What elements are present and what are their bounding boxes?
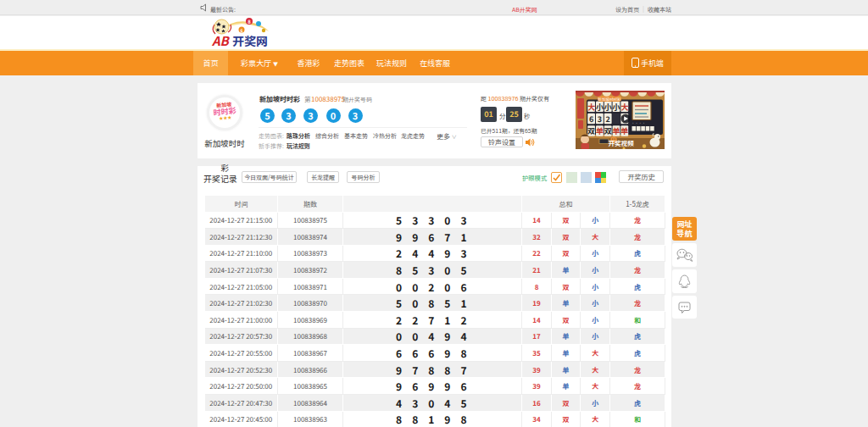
svg-text:大: 大 bbox=[620, 102, 628, 113]
svg-text:小: 小 bbox=[612, 102, 620, 113]
svg-text:小: 小 bbox=[604, 102, 612, 113]
svg-text:开奖视频: 开奖视频 bbox=[609, 138, 634, 147]
svg-text:＊ ＊ ＊ ＊: ＊ ＊ ＊ ＊ bbox=[632, 121, 645, 125]
svg-text:单: 单 bbox=[596, 125, 604, 136]
svg-text:AB: AB bbox=[211, 31, 231, 47]
svg-text:6: 6 bbox=[589, 114, 593, 125]
svg-text:小: 小 bbox=[596, 102, 604, 113]
svg-text:大: 大 bbox=[587, 102, 595, 113]
svg-text:单: 单 bbox=[620, 125, 628, 136]
svg-text:2: 2 bbox=[606, 114, 610, 125]
svg-text:8: 8 bbox=[248, 18, 251, 25]
svg-text:双: 双 bbox=[604, 125, 612, 136]
svg-text:单: 单 bbox=[612, 125, 620, 136]
svg-text:开奖网: 开奖网 bbox=[232, 32, 268, 47]
svg-text:双: 双 bbox=[587, 125, 595, 136]
svg-text:3: 3 bbox=[598, 114, 602, 125]
svg-text:新加坡时时彩: 新加坡时时彩 bbox=[598, 97, 621, 102]
